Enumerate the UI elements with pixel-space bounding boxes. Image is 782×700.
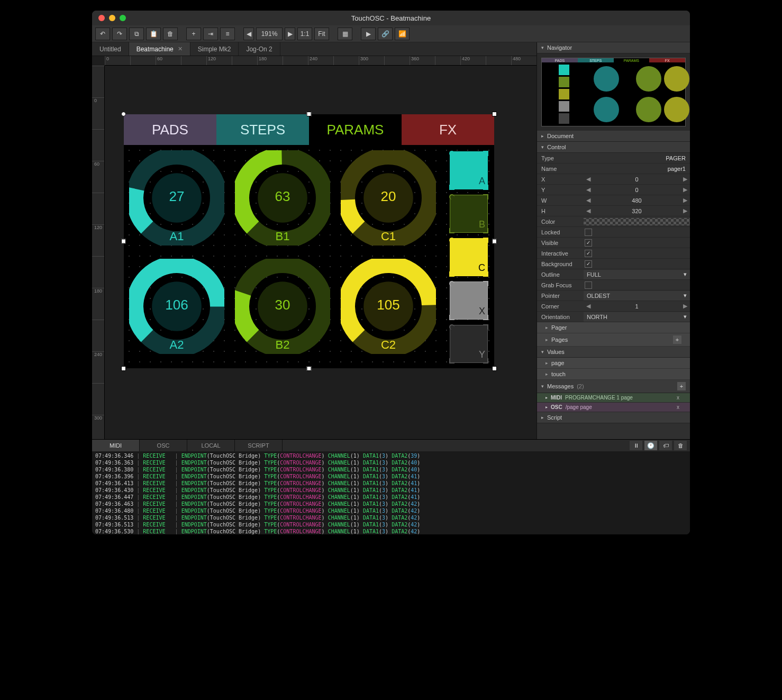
redo-button[interactable]: ↷ (112, 28, 127, 40)
export-button[interactable]: ⇥ (203, 28, 218, 40)
prop-corner[interactable]: Corner◀1▶ (537, 301, 690, 312)
pause-log-button[interactable]: ⏸ (630, 441, 642, 450)
add-page-button[interactable]: + (673, 335, 681, 344)
tab-beatmachine[interactable]: Beatmachine✕ (129, 42, 190, 56)
message-midi[interactable]: MIDI PROGRAMCHANGE 1 pagex (537, 393, 690, 403)
prop-x[interactable]: X◀0▶ (537, 174, 690, 185)
knob-c1-value: 20 (381, 188, 396, 205)
window-title: TouchOSC - Beatmachine (92, 14, 690, 22)
layers-button[interactable]: ≡ (220, 28, 235, 40)
delete-icon[interactable]: x (675, 395, 681, 401)
chevron-left-icon: ◀ (584, 303, 593, 310)
value-touch[interactable]: touch (537, 369, 690, 380)
knob-a1[interactable]: 27 A1 (129, 150, 224, 256)
log-line: 07:49:36.480 | RECEIVE | ENDPOINT(TouchO… (95, 507, 687, 514)
pager-tab-params[interactable]: PARAMS (309, 114, 402, 145)
add-button[interactable]: + (186, 28, 201, 40)
zoom-fit-button[interactable]: Fit (314, 28, 329, 40)
prop-visible[interactable]: Visible✓ (537, 238, 690, 248)
prop-name[interactable]: Namepager1 (537, 163, 690, 174)
prop-interactive[interactable]: Interactive✓ (537, 248, 690, 259)
pager-tab-steps[interactable]: STEPS (216, 114, 309, 145)
tab-simple-mk2[interactable]: Simple Mk2 (190, 42, 239, 56)
side-box-c[interactable]: C (450, 238, 488, 276)
wifi-button[interactable]: 📶 (395, 28, 410, 40)
log-tab-midi[interactable]: MIDI (92, 440, 140, 451)
pager-tab-pads[interactable]: PADS (124, 114, 216, 145)
value-page[interactable]: page (537, 358, 690, 369)
design-canvas[interactable]: PADS STEPS PARAMS FX 27 A1 (124, 114, 494, 368)
prop-outline[interactable]: OutlineFULL▾ (537, 269, 690, 280)
titlebar[interactable]: TouchOSC - Beatmachine (92, 11, 690, 25)
knob-c1[interactable]: 20 C1 (341, 150, 436, 256)
knob-b2[interactable]: 30 B2 (235, 259, 330, 365)
knob-a1-label: A1 (170, 230, 184, 243)
prop-background[interactable]: Background✓ (537, 259, 690, 269)
knob-b1[interactable]: 63 B1 (235, 150, 330, 256)
prop-type: TypePAGER (537, 153, 690, 163)
chevron-down-icon: ▾ (684, 313, 687, 320)
checkbox-icon (585, 229, 592, 236)
prop-y[interactable]: Y◀0▶ (537, 185, 690, 195)
maximize-window-icon[interactable] (120, 15, 126, 21)
log-line: 07:49:36.346 | RECEIVE | ENDPOINT(TouchO… (95, 452, 687, 459)
knob-a2[interactable]: 106 A2 (129, 259, 224, 365)
prop-h[interactable]: H◀320▶ (537, 206, 690, 216)
section-pages[interactable]: Pages+ (537, 333, 690, 347)
delete-button[interactable]: 🗑 (163, 28, 178, 40)
undo-button[interactable]: ↶ (95, 28, 110, 40)
tab-jog-on-2[interactable]: Jog-On 2 (239, 42, 280, 56)
message-osc[interactable]: OSC /page pagex (537, 403, 690, 412)
log-body[interactable]: 07:49:36.346 | RECEIVE | ENDPOINT(TouchO… (92, 451, 690, 534)
side-box-b[interactable]: B (450, 195, 488, 233)
knob-a1-value: 27 (169, 188, 185, 205)
clock-log-button[interactable]: 🕐 (644, 441, 657, 450)
zoom-1to1-button[interactable]: 1:1 (297, 28, 312, 40)
section-navigator[interactable]: Navigator (537, 42, 690, 53)
log-tab-local[interactable]: LOCAL (187, 440, 235, 451)
log-tab-script[interactable]: SCRIPT (235, 440, 283, 451)
side-box-x[interactable]: X (450, 281, 488, 320)
prop-pointer[interactable]: PointerOLDEST▾ (537, 290, 690, 301)
side-box-y[interactable]: Y (450, 325, 488, 363)
canvas-viewport[interactable]: 060120180240300360420480 060120180240300… (92, 56, 537, 439)
close-icon[interactable]: ✕ (178, 46, 183, 52)
ruler-horizontal: 060120180240300360420480 (105, 56, 537, 66)
add-message-button[interactable]: + (677, 382, 686, 390)
zoom-level[interactable]: 191% (256, 28, 283, 40)
knob-c2[interactable]: 105 C2 (341, 259, 436, 365)
prop-w[interactable]: W◀480▶ (537, 195, 690, 206)
delete-icon[interactable]: x (675, 404, 681, 410)
chevron-left-icon: ◀ (584, 207, 593, 214)
section-pager[interactable]: Pager (537, 322, 690, 333)
pager-tab-fx[interactable]: FX (402, 114, 494, 145)
log-line: 07:49:36.380 | RECEIVE | ENDPOINT(TouchO… (95, 466, 687, 473)
close-window-icon[interactable] (98, 15, 105, 21)
paste-button[interactable]: 📋 (146, 28, 161, 40)
section-script[interactable]: Script (537, 412, 690, 423)
prop-locked[interactable]: Locked (537, 227, 690, 238)
section-document[interactable]: Document (537, 131, 690, 142)
tag-log-button[interactable]: 🏷 (659, 441, 672, 450)
play-button[interactable]: ▶ (361, 28, 376, 40)
log-tab-osc[interactable]: OSC (140, 440, 187, 451)
prop-orientation[interactable]: OrientationNORTH▾ (537, 312, 690, 322)
prop-grabfocus[interactable]: Grab Focus (537, 280, 690, 290)
ruler-vertical: 060120180240300360 (92, 66, 105, 439)
prop-color[interactable]: Color (537, 216, 690, 227)
zoom-in-button[interactable]: ▶ (285, 28, 295, 40)
chevron-right-icon: ▶ (680, 186, 690, 193)
side-box-a[interactable]: A (450, 151, 488, 189)
navigator-preview[interactable]: PADS STEPS PARAMS FX (537, 53, 690, 131)
section-messages[interactable]: Messages (2)+ (537, 380, 690, 393)
section-values[interactable]: Values (537, 347, 690, 358)
tab-untitled[interactable]: Untitled (92, 42, 129, 56)
zoom-out-button[interactable]: ◀ (243, 28, 254, 40)
clear-log-button[interactable]: 🗑 (674, 441, 687, 450)
copy-button[interactable]: ⧉ (129, 28, 144, 40)
minimize-window-icon[interactable] (109, 15, 115, 21)
knob-b1-value: 63 (275, 188, 290, 205)
grid-button[interactable]: ▦ (338, 28, 352, 40)
section-control[interactable]: Control (537, 142, 690, 153)
link-button[interactable]: 🔗 (378, 28, 393, 40)
